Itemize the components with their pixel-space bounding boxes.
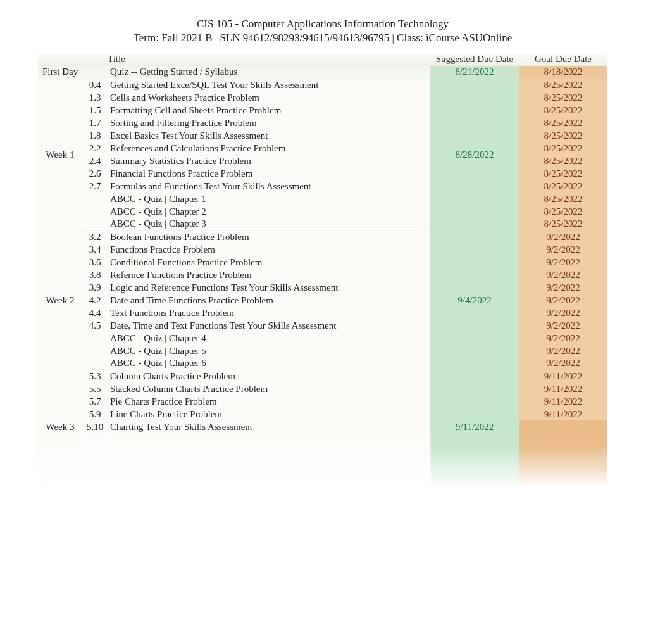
item-number: 5.3	[82, 370, 108, 382]
item-title: References and Calculations Practice Pro…	[108, 142, 430, 155]
item-title: Stacked Column Charts Practice Problem	[108, 382, 430, 395]
goal-date-cell: 8/25/2022	[519, 91, 607, 104]
item-title: Column Charts Practice Problem	[108, 370, 430, 382]
suggested-date-cell: 9/4/2022	[430, 230, 519, 370]
table-row: 4.4Text Functions Practice Problem9/2/20…	[38, 306, 607, 319]
item-number	[82, 218, 108, 230]
item-title: Formatting Cell and Sheets Practice Prob…	[108, 104, 430, 117]
item-number	[82, 66, 108, 79]
item-number: 3.4	[82, 243, 108, 256]
item-title: Getting Started Exce/SQL Test Your Skill…	[108, 79, 430, 91]
table-row: 2.4Summary Statistics Practice Problem8/…	[38, 155, 607, 167]
goal-date-cell: 9/2/2022	[519, 281, 607, 294]
goal-date-cell: 8/25/2022	[519, 129, 607, 142]
item-title: Line Charts Practice Problem	[108, 408, 430, 420]
item-title: ABCC - Quiz | Chapter 1	[108, 192, 430, 205]
item-number	[82, 332, 108, 344]
table-row: 1.8Excel Basics Test Your Skills Assessm…	[38, 129, 607, 142]
goal-date-cell: 8/25/2022	[519, 205, 607, 218]
col-suggested-header: Suggested Due Date	[430, 52, 519, 66]
table-row: 3.9Logic and Reference Functions Test Yo…	[38, 281, 607, 294]
item-number: 3.8	[82, 268, 108, 281]
goal-date-cell	[519, 446, 607, 458]
item-title: ABCC - Quiz | Chapter 4	[108, 332, 430, 344]
item-number: 2.6	[82, 167, 108, 180]
table-row: 4.5Date, Time and Text Functions Test Yo…	[38, 319, 607, 332]
table-row: 3.8Refernce Functions Practice Problem9/…	[38, 268, 607, 281]
item-number: 5.9	[82, 408, 108, 420]
goal-date-cell: 9/2/2022	[519, 268, 607, 281]
goal-date-cell: 9/2/2022	[519, 294, 607, 306]
item-number: 1.7	[82, 117, 108, 129]
goal-date-cell: 9/2/2022	[519, 256, 607, 268]
goal-date-cell: 8/25/2022	[519, 117, 607, 129]
goal-date-cell: 8/25/2022	[519, 155, 607, 167]
item-number: 0.4	[82, 79, 108, 91]
item-title: Charting Test Your Skills Assessment	[108, 420, 430, 433]
table-row	[38, 471, 607, 484]
item-number	[82, 192, 108, 205]
goal-date-cell: 9/2/2022	[519, 243, 607, 256]
table-row: ABCC - Quiz | Chapter 38/25/2022	[38, 218, 607, 230]
table-row: 3.4Functions Practice Problem9/2/2022	[38, 243, 607, 256]
item-title: Pie Charts Practice Problem	[108, 395, 430, 408]
item-number: 3.6	[82, 256, 108, 268]
item-number	[82, 205, 108, 218]
table-row	[38, 458, 607, 471]
suggested-date-cell: 8/28/2022	[430, 79, 519, 230]
col-goal-header: Goal Due Date	[519, 52, 607, 66]
goal-date-cell: 9/11/2022	[519, 395, 607, 408]
item-number	[82, 458, 108, 471]
table-row: 2.6Financial Functions Practice Problem8…	[38, 167, 607, 180]
item-title: Financial Functions Practice Problem	[108, 167, 430, 180]
table-row: 1.7Sorting and Filtering Practice Proble…	[38, 117, 607, 129]
goal-date-cell	[519, 433, 607, 446]
goal-date-cell: 8/25/2022	[519, 79, 607, 91]
item-number: 4.5	[82, 319, 108, 332]
table-row: 5.9Line Charts Practice Problem9/11/2022	[38, 408, 607, 420]
item-number: 1.3	[82, 91, 108, 104]
week-cell: Week 3	[38, 370, 82, 484]
goal-date-cell: 9/2/2022	[519, 344, 607, 357]
goal-date-cell: 9/2/2022	[519, 230, 607, 243]
table-row: 4.2Date and Time Functions Practice Prob…	[38, 294, 607, 306]
goal-date-cell: 9/11/2022	[519, 370, 607, 382]
table-row: Week 35.3Column Charts Practice Problem9…	[38, 370, 607, 382]
item-title: Conditional Functions Practice Problem	[108, 256, 430, 268]
item-title: Functions Practice Problem	[108, 243, 430, 256]
suggested-date-cell: 8/21/2022	[430, 66, 519, 79]
item-title: ABCC - Quiz | Chapter 3	[108, 218, 430, 230]
table-row	[38, 433, 607, 446]
goal-date-cell: 9/11/2022	[519, 408, 607, 420]
goal-date-cell: 9/2/2022	[519, 306, 607, 319]
col-num-header	[82, 52, 108, 66]
item-number	[82, 344, 108, 357]
table-row: 1.5Formatting Cell and Sheets Practice P…	[38, 104, 607, 117]
week-cell: First Day	[38, 66, 82, 79]
item-title: Boolean Functions Practice Problem	[108, 230, 430, 243]
item-title: Text Functions Practice Problem	[108, 306, 430, 319]
item-number: 1.8	[82, 129, 108, 142]
item-title: Logic and Reference Functions Test Your …	[108, 281, 430, 294]
item-number: 2.4	[82, 155, 108, 167]
table-row: 2.2References and Calculations Practice …	[38, 142, 607, 155]
item-number	[82, 471, 108, 484]
item-number: 4.4	[82, 306, 108, 319]
table-row	[38, 446, 607, 458]
item-number	[82, 446, 108, 458]
goal-date-cell: 8/25/2022	[519, 192, 607, 205]
table-row: 3.6Conditional Functions Practice Proble…	[38, 256, 607, 268]
goal-date-cell	[519, 471, 607, 484]
item-number: 3.9	[82, 281, 108, 294]
document-container: CIS 105 - Computer Applications Informat…	[38, 18, 607, 484]
item-title: Quiz -- Getting Started / Syllabus	[108, 66, 430, 79]
item-title: ABCC - Quiz | Chapter 5	[108, 344, 430, 357]
goal-date-cell: 8/25/2022	[519, 167, 607, 180]
goal-date-cell: 9/11/2022	[519, 382, 607, 395]
goal-date-cell: 8/18/2022	[519, 66, 607, 79]
item-title	[108, 471, 430, 484]
table-row: 2.7Formulas and Functions Test Your Skil…	[38, 180, 607, 192]
item-number: 3.2	[82, 230, 108, 243]
col-week-header	[38, 52, 82, 66]
goal-date-cell: 9/2/2022	[519, 319, 607, 332]
